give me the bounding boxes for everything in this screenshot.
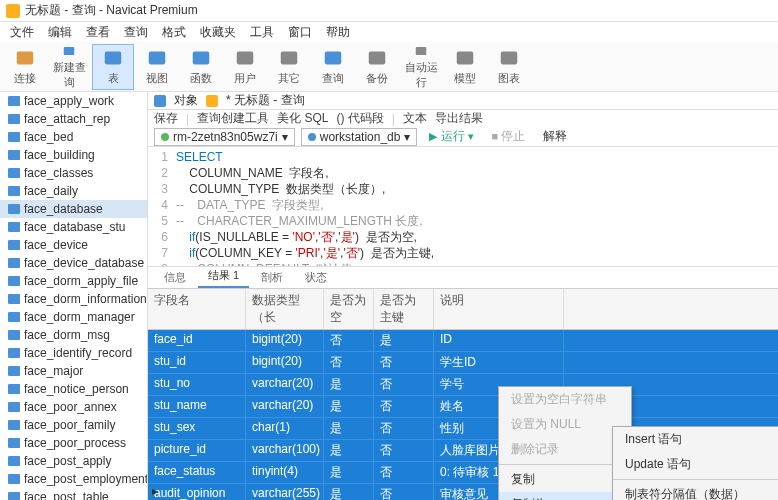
window-title: 无标题 - 查询 - Navicat Premium <box>25 2 198 19</box>
menu-收藏夹[interactable]: 收藏夹 <box>200 24 236 41</box>
backup-tool[interactable]: 备份 <box>356 44 398 90</box>
col-head[interactable]: 是否为空 <box>324 289 374 329</box>
stop-button: ■ 停止 <box>486 127 532 146</box>
svg-rect-7 <box>325 52 342 65</box>
menu-查看[interactable]: 查看 <box>86 24 110 41</box>
menu-bar: 文件编辑查看查询格式收藏夹工具窗口帮助 <box>0 22 778 42</box>
tab-status[interactable]: 状态 <box>295 267 337 288</box>
export-button[interactable]: 导出结果 <box>435 110 483 127</box>
svg-rect-5 <box>237 52 254 65</box>
tab-query[interactable]: * 无标题 - 查询 <box>226 92 305 109</box>
tab-objects[interactable]: 对象 <box>174 92 198 109</box>
svg-rect-6 <box>281 52 298 65</box>
table-tool[interactable]: 表 <box>92 44 134 90</box>
new-query-tool[interactable]: 新建查询 <box>48 44 90 90</box>
table-face_dorm_msg[interactable]: face_dorm_msg <box>0 326 147 344</box>
svg-rect-9 <box>416 46 427 54</box>
text-button[interactable]: 文本 <box>403 110 427 127</box>
table-face_dorm_information[interactable]: face_dorm_information <box>0 290 147 308</box>
table-face_database_stu[interactable]: face_database_stu <box>0 218 147 236</box>
table-face_poor_annex[interactable]: face_poor_annex <box>0 398 147 416</box>
action-bar: 保存 | 查询创建工具 美化 SQL () 代码段 | 文本 导出结果 <box>148 110 778 127</box>
connection-bar: rm-2zetn83n05wz7i▾ workstation_db▾ ▶ 运行 … <box>148 127 778 147</box>
table-face_dorm_apply_file[interactable]: face_dorm_apply_file <box>0 272 147 290</box>
table-icon <box>154 95 166 107</box>
svg-rect-4 <box>193 52 210 65</box>
title-bar: 无标题 - 查询 - Navicat Premium <box>0 0 778 22</box>
table-face_poor_process[interactable]: face_poor_process <box>0 434 147 452</box>
table-face_identify_record[interactable]: face_identify_record <box>0 344 147 362</box>
connect-tool[interactable]: 连接 <box>4 44 46 90</box>
menu-窗口[interactable]: 窗口 <box>288 24 312 41</box>
svg-rect-2 <box>105 52 122 65</box>
query-tool[interactable]: 查询 <box>312 44 354 90</box>
context-submenu[interactable]: Insert 语句 Update 语句 制表符分隔值（数据） 制表符分隔值（字段… <box>612 426 778 500</box>
explain-button[interactable]: 解释 <box>537 127 573 146</box>
table-face_poor_family[interactable]: face_poor_family <box>0 416 147 434</box>
menu-查询[interactable]: 查询 <box>124 24 148 41</box>
table-face_attach_rep[interactable]: face_attach_rep <box>0 110 147 128</box>
svg-rect-0 <box>17 52 34 65</box>
table-face_post_apply[interactable]: face_post_apply <box>0 452 147 470</box>
db-select[interactable]: workstation_db▾ <box>301 128 418 146</box>
svg-rect-3 <box>149 52 166 65</box>
table-face_building[interactable]: face_building <box>0 146 147 164</box>
col-head[interactable]: 是否为主键 <box>374 289 434 329</box>
table-face_device_database[interactable]: face_device_database <box>0 254 147 272</box>
autorun-tool[interactable]: 自动运行 <box>400 44 442 90</box>
content-tabs: 对象 * 无标题 - 查询 <box>148 92 778 110</box>
table-row[interactable]: stu_novarchar(20)是否学号 <box>148 374 778 396</box>
ctx-blank: 设置为空白字符串 <box>499 387 631 412</box>
beautify-button[interactable]: 美化 SQL <box>277 110 328 127</box>
table-face_apply_work[interactable]: face_apply_work <box>0 92 147 110</box>
table-row[interactable]: stu_idbigint(20)否否学生ID <box>148 352 778 374</box>
model-tool[interactable]: 模型 <box>444 44 486 90</box>
table-face_post_table[interactable]: face_post_table <box>0 488 147 500</box>
menu-工具[interactable]: 工具 <box>250 24 274 41</box>
table-face_bed[interactable]: face_bed <box>0 128 147 146</box>
result-tabs: 信息 结果 1 剖析 状态 <box>148 267 778 289</box>
svg-rect-8 <box>369 52 386 65</box>
table-face_daily[interactable]: face_daily <box>0 182 147 200</box>
view-tool[interactable]: 视图 <box>136 44 178 90</box>
col-head[interactable]: 说明 <box>434 289 564 329</box>
col-head[interactable]: 字段名 <box>148 289 246 329</box>
tab-profile[interactable]: 剖析 <box>251 267 293 288</box>
sub-update[interactable]: Update 语句 <box>613 452 778 477</box>
svg-rect-11 <box>501 52 518 65</box>
sql-editor[interactable]: 1SELECT2 COLUMN_NAME 字段名,3 COLUMN_TYPE 数… <box>148 147 778 267</box>
table-face_post_employment[interactable]: face_post_employment <box>0 470 147 488</box>
svg-rect-1 <box>64 46 75 54</box>
sub-tab-data[interactable]: 制表符分隔值（数据） <box>613 482 778 500</box>
table-face_classes[interactable]: face_classes <box>0 164 147 182</box>
table-row[interactable]: stu_namevarchar(20)是否姓名 <box>148 396 778 418</box>
col-head[interactable]: 数据类型（长 <box>246 289 324 329</box>
snippet-button[interactable]: () 代码段 <box>336 110 383 127</box>
user-tool[interactable]: 用户 <box>224 44 266 90</box>
app-icon <box>6 4 20 18</box>
toolbar: 连接新建查询表视图函数用户其它查询备份自动运行模型图表 <box>0 42 778 92</box>
function-tool[interactable]: 函数 <box>180 44 222 90</box>
menu-帮助[interactable]: 帮助 <box>326 24 350 41</box>
table-face_database[interactable]: face_database <box>0 200 147 218</box>
sidebar-tables: face_apply_workface_attach_repface_bedfa… <box>0 92 148 500</box>
tab-info[interactable]: 信息 <box>154 267 196 288</box>
other-tool[interactable]: 其它 <box>268 44 310 90</box>
query-icon <box>206 95 218 107</box>
tab-result[interactable]: 结果 1 <box>198 265 249 288</box>
menu-格式[interactable]: 格式 <box>162 24 186 41</box>
svg-rect-10 <box>457 52 474 65</box>
table-row[interactable]: face_idbigint(20)否是ID <box>148 330 778 352</box>
server-select[interactable]: rm-2zetn83n05wz7i▾ <box>154 128 295 146</box>
table-face_major[interactable]: face_major <box>0 362 147 380</box>
chart-tool[interactable]: 图表 <box>488 44 530 90</box>
run-button[interactable]: ▶ 运行 ▾ <box>423 127 479 146</box>
save-button[interactable]: 保存 <box>154 110 178 127</box>
table-face_dorm_manager[interactable]: face_dorm_manager <box>0 308 147 326</box>
menu-文件[interactable]: 文件 <box>10 24 34 41</box>
sub-insert[interactable]: Insert 语句 <box>613 427 778 452</box>
table-face_notice_person[interactable]: face_notice_person <box>0 380 147 398</box>
table-face_device[interactable]: face_device <box>0 236 147 254</box>
menu-编辑[interactable]: 编辑 <box>48 24 72 41</box>
builder-button[interactable]: 查询创建工具 <box>197 110 269 127</box>
